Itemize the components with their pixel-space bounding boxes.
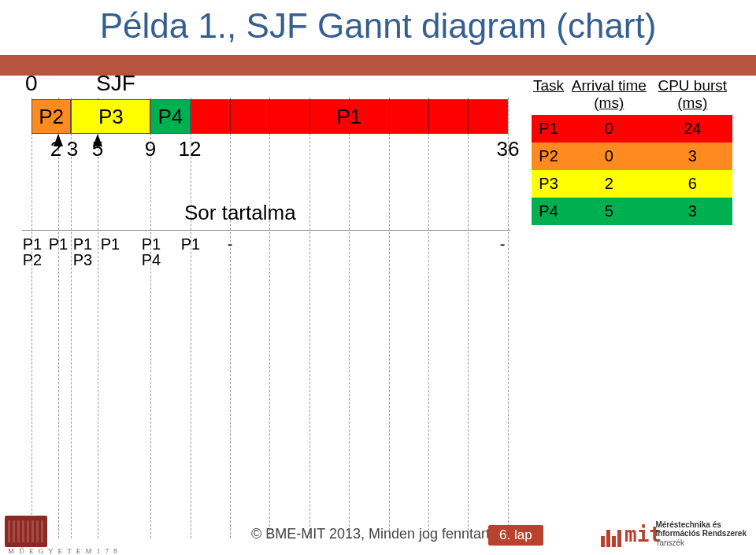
gridline bbox=[98, 98, 98, 538]
queue-entry: P1 P4 bbox=[142, 236, 161, 268]
gridline bbox=[150, 98, 151, 538]
page-number-badge: 6. lap bbox=[488, 525, 543, 546]
table-row: P3 2 6 bbox=[532, 170, 732, 198]
gridline bbox=[71, 98, 72, 538]
gridline bbox=[58, 98, 59, 538]
gridline bbox=[269, 98, 270, 538]
department-name: Méréstechnika és Információs Rendszerek … bbox=[655, 520, 747, 548]
segment-divider bbox=[269, 99, 270, 134]
table-row: P1 0 24 bbox=[532, 115, 732, 142]
task-table: Task Arrival time (ms) CPU burst (ms) P1… bbox=[532, 74, 732, 225]
gridline bbox=[32, 98, 32, 538]
axis-tick: 2 bbox=[50, 137, 61, 161]
axis-tick: 9 bbox=[145, 137, 156, 161]
queue-entry: P1 P2 bbox=[23, 236, 42, 268]
mit-logo: mit bbox=[601, 523, 662, 548]
gridline bbox=[230, 98, 231, 538]
queue-title: Sor tartalma bbox=[184, 201, 296, 225]
gridline bbox=[468, 98, 469, 538]
queue-entry: - bbox=[500, 236, 506, 252]
queue-entry: - bbox=[228, 236, 233, 252]
axis-tick: 5 bbox=[92, 137, 103, 161]
axis-tick: 36 bbox=[497, 137, 520, 161]
gridline bbox=[508, 98, 509, 538]
segment-divider bbox=[428, 99, 429, 134]
mit-bars-icon bbox=[601, 524, 623, 547]
table-row: P2 0 3 bbox=[532, 142, 732, 170]
gridline bbox=[349, 98, 350, 538]
th-task: Task bbox=[532, 74, 565, 115]
slide-title: Példa 1., SJF Gannt diagram (chart) bbox=[0, 6, 756, 46]
slide-footer: M Ű E G Y E T E M 1 7 8 2 © BME-MIT 2013… bbox=[0, 511, 756, 555]
queue-divider-line bbox=[22, 230, 510, 231]
gridline bbox=[428, 98, 429, 538]
queue-entry: P1 P3 bbox=[73, 236, 92, 268]
segment-divider bbox=[389, 99, 390, 134]
axis-tick: 12 bbox=[179, 137, 202, 161]
segment-divider bbox=[468, 99, 469, 134]
th-burst: CPU burst (ms) bbox=[653, 74, 732, 115]
segment-divider bbox=[349, 99, 350, 134]
gridline bbox=[389, 98, 390, 538]
slide: Példa 1., SJF Gannt diagram (chart) 0 SJ… bbox=[0, 0, 756, 555]
queue-entry: P1 bbox=[49, 236, 68, 252]
segment-divider bbox=[309, 99, 310, 134]
gridline bbox=[309, 98, 310, 538]
gantt-segment-p2: P2 bbox=[32, 99, 71, 134]
th-arrival: Arrival time (ms) bbox=[565, 74, 652, 115]
queue-entry: P1 bbox=[181, 236, 200, 252]
axis-origin-label: 0 bbox=[25, 71, 38, 96]
gantt-segment-p4: P4 bbox=[150, 99, 190, 134]
algorithm-label: SJF bbox=[96, 71, 135, 96]
gantt-segment-p3: P3 bbox=[71, 99, 150, 134]
gridline bbox=[191, 98, 191, 538]
axis-tick: 3 bbox=[67, 137, 78, 161]
queue-entry: P1 bbox=[101, 236, 120, 252]
segment-divider bbox=[230, 99, 231, 134]
table-row: P4 5 3 bbox=[532, 198, 732, 225]
university-motto: M Ű E G Y E T E M 1 7 8 2 bbox=[8, 547, 123, 555]
